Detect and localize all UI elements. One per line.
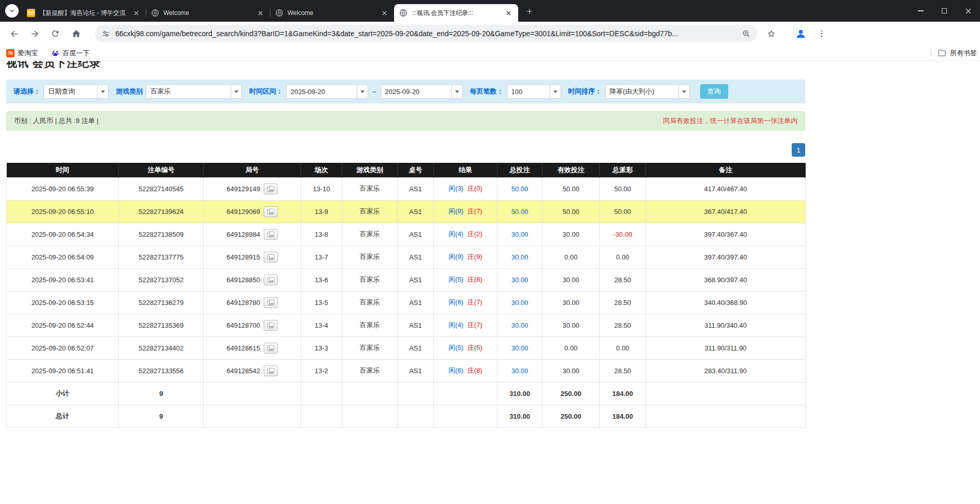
profile-avatar[interactable] — [795, 28, 807, 40]
chevron-down-icon — [97, 85, 108, 98]
refresh-button[interactable] — [47, 25, 64, 42]
subtotal-row: 小计 9 310.00 250.00 184.00 — [7, 382, 806, 405]
total-bet-link[interactable]: 30.00 — [497, 223, 542, 246]
round-id: 649129069 — [227, 208, 260, 216]
note: 397.40/397.40 — [646, 246, 806, 268]
view-video-button[interactable] — [264, 343, 278, 354]
subtotal-label: 小计 — [7, 382, 119, 405]
summary-bar: 币别 : 人民币 | 总共 :9 注单 | 同局有效投注，统一计算在该局第一张注… — [6, 111, 805, 131]
browser-tab[interactable]: Welcome — [270, 4, 394, 22]
game-type-select[interactable]: 百家乐 — [146, 84, 242, 99]
tab-favicon-icon — [151, 9, 159, 17]
note: 368.90/397.40 — [646, 268, 806, 291]
date-end-select[interactable]: 2025-09-20 — [381, 84, 463, 99]
date-start-select[interactable]: 2025-09-20 — [286, 84, 368, 99]
result-cell: 闲(9) 庄(7) — [434, 200, 497, 223]
browser-tab[interactable]: Welcome — [146, 4, 270, 22]
search-button[interactable]: 查询 — [700, 84, 728, 99]
tab-close-icon[interactable] — [380, 9, 389, 18]
url-text: 66cxkj98.com/game/betrecord_search/kind3… — [115, 29, 736, 38]
bet-time: 2025-09-20 06:55:39 — [7, 177, 119, 200]
player-result: 闲(9) — [448, 207, 463, 215]
total-bet-link[interactable]: 30.00 — [497, 291, 542, 314]
round-id: 649128915 — [227, 253, 260, 261]
browser-tab[interactable]: :::视讯 会员下注纪录::: — [394, 4, 518, 22]
all-bookmarks-button[interactable]: 所有书签 — [931, 49, 977, 58]
site-info-icon[interactable] — [101, 29, 110, 38]
total-bet-link[interactable]: 30.00 — [497, 268, 542, 291]
close-button[interactable] — [956, 0, 980, 22]
view-video-button[interactable] — [264, 297, 278, 308]
note: 311.90/340.40 — [646, 314, 806, 337]
sort-order-select[interactable]: 降幂(由大到小) — [605, 84, 690, 99]
view-video-button[interactable] — [264, 252, 278, 263]
table-number: AS1 — [398, 291, 434, 314]
page-number-button[interactable]: 1 — [792, 143, 805, 157]
total-bet-link[interactable]: 30.00 — [497, 337, 542, 359]
player-result: 闲(9) — [448, 253, 463, 261]
chevron-down-icon — [357, 85, 368, 98]
session-number: 13-9 — [301, 200, 342, 223]
table-row: 2025-09-20 06:54:34 522827138509 6491289… — [7, 223, 806, 246]
forward-button[interactable] — [26, 25, 43, 42]
total-bet-link[interactable]: 50.00 — [497, 200, 542, 223]
banker-result: 庄(2) — [468, 230, 483, 238]
tab-strip: 【新提醒】海燕论坛 - 博学交流 Welcome Welcome :::视讯 会… — [0, 0, 980, 22]
tab-close-icon[interactable] — [132, 9, 141, 18]
folder-icon — [938, 49, 946, 57]
browser-menu-icon[interactable] — [817, 29, 826, 38]
chevron-down-icon — [9, 8, 15, 14]
total-payout: 184.00 — [600, 405, 646, 427]
home-button[interactable] — [67, 25, 85, 42]
valid-bet: 30.00 — [542, 268, 600, 291]
round-cell: 649128984 — [204, 223, 301, 246]
tab-close-icon[interactable] — [504, 9, 513, 18]
view-video-button[interactable] — [264, 320, 278, 331]
game-type: 百家乐 — [342, 314, 398, 337]
payout: 50.00 — [600, 200, 646, 223]
new-tab-button[interactable] — [522, 4, 536, 18]
payout: -30.00 — [600, 223, 646, 246]
total-bet-link[interactable]: 30.00 — [497, 314, 542, 337]
total-bet-link[interactable]: 50.00 — [497, 177, 542, 200]
bookmark-star-icon[interactable] — [766, 29, 776, 39]
subtotal-valid-bet: 250.00 — [542, 382, 600, 405]
total-bet-link[interactable]: 30.00 — [497, 359, 542, 382]
payout: 0.00 — [600, 246, 646, 268]
table-row: 2025-09-20 06:55:10 522827139624 6491290… — [7, 200, 806, 223]
plus-icon — [526, 8, 533, 15]
result-cell: 闲(4) 庄(7) — [434, 314, 497, 337]
column-header: 注单编号 — [119, 163, 204, 177]
total-label: 总计 — [7, 405, 119, 427]
note: 311.90/311.90 — [646, 337, 806, 359]
total-bet-link[interactable]: 30.00 — [497, 246, 542, 268]
bookmark-item-taobao[interactable]: 淘 爱淘宝 — [6, 49, 38, 58]
tab-search-button[interactable] — [5, 4, 19, 18]
maximize-button[interactable] — [932, 0, 956, 22]
page-size-select[interactable]: 100 — [507, 84, 561, 99]
address-bar[interactable]: 66cxkj98.com/game/betrecord_search/kind3… — [95, 25, 757, 42]
baidu-icon — [51, 49, 59, 57]
table-number: AS1 — [398, 314, 434, 337]
result-cell: 闲(5) 庄(5) — [434, 337, 497, 359]
tab-close-icon[interactable] — [256, 9, 265, 18]
round-cell: 649128780 — [204, 291, 301, 314]
bet-id: 522827133556 — [119, 359, 204, 382]
view-video-button[interactable] — [264, 184, 278, 194]
view-video-button[interactable] — [264, 229, 278, 240]
view-video-button[interactable] — [264, 206, 278, 217]
minimize-button[interactable] — [909, 0, 932, 22]
bookmark-item-baidu[interactable]: 百度一下 — [51, 49, 89, 58]
payout: 28.50 — [600, 291, 646, 314]
round-cell: 649128615 — [204, 337, 301, 359]
browser-tab[interactable]: 【新提醒】海燕论坛 - 博学交流 — [22, 4, 146, 22]
zoom-icon[interactable] — [742, 29, 751, 38]
view-video-button[interactable] — [264, 274, 278, 285]
table-number: AS1 — [398, 177, 434, 200]
view-video-button[interactable] — [264, 365, 278, 376]
back-button[interactable] — [5, 25, 23, 42]
session-number: 13-4 — [301, 314, 342, 337]
query-mode-select[interactable]: 日期查询 — [43, 84, 109, 99]
round-id: 649128984 — [227, 231, 260, 238]
browser-window: 【新提醒】海燕论坛 - 博学交流 Welcome Welcome :::视讯 会… — [0, 0, 980, 61]
